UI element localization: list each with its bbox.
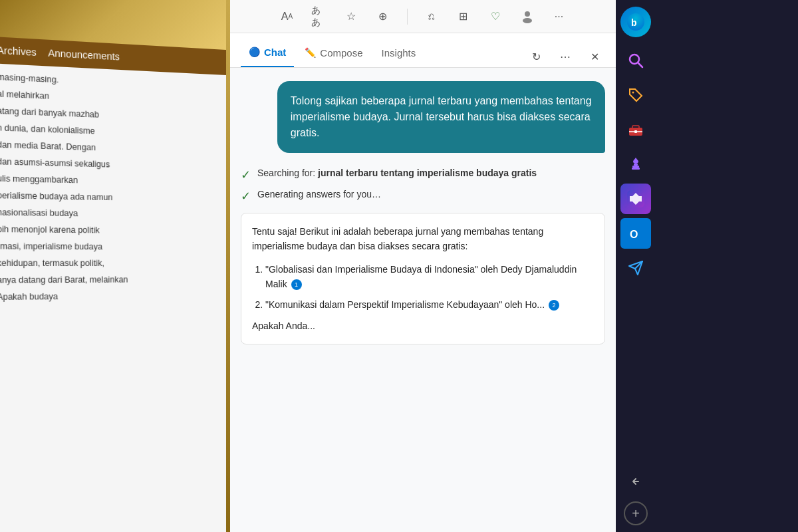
tab-bar: 🔵 Chat ✏️ Compose Insights ↻ ⋯ ✕ — [230, 33, 616, 68]
bing-logo-icon[interactable]: b — [620, 7, 651, 37]
page-content: masing-masing. al melahirkan atang dari … — [0, 63, 226, 315]
webpage-panel: Archives Announcements masing-masing. al… — [0, 0, 226, 532]
content-line-9: nasionalisasi budaya — [0, 206, 218, 221]
check-icon-2: ✓ — [241, 189, 251, 203]
ai-intro-text: Tentu saja! Berikut ini adalah beberapa … — [252, 224, 594, 254]
status-text-1: Searching for: jurnal terbaru tentang im… — [257, 166, 537, 180]
font-size-icon[interactable]: AA — [279, 9, 295, 25]
add-button[interactable]: + — [624, 501, 648, 525]
chat-panel: AA ああ ☆ ⊕ ⎌ ⊞ ♡ ··· 🔵 Chat ✏️ Compose In… — [230, 0, 616, 532]
content-line-4: n dunia, dan kolonialisme — [0, 122, 218, 142]
right-sidebar: b — [616, 0, 656, 532]
tag-icon[interactable] — [620, 80, 651, 110]
nav-archives[interactable]: Archives — [0, 45, 37, 58]
status-text-2: Generating answers for you… — [257, 188, 381, 201]
journal-1-text: "Globalisasi dan Imperialisme Budaya di … — [265, 264, 577, 289]
svg-point-0 — [525, 11, 530, 17]
compose-tab-icon: ✏️ — [305, 47, 316, 58]
copilot-icon[interactable] — [620, 184, 651, 214]
ai-footer-text: Apakah Anda... — [252, 319, 594, 333]
svg-rect-10 — [634, 130, 637, 133]
svg-point-4 — [630, 55, 639, 64]
svg-text:O: O — [630, 229, 638, 240]
svg-rect-13 — [632, 168, 640, 170]
searching-prefix: Searching for: — [257, 168, 318, 178]
nav-announcements[interactable]: Announcements — [48, 47, 120, 62]
user-message-bubble: Tolong sajikan beberapa jurnal terbaru y… — [277, 81, 605, 153]
tab-chat[interactable]: 🔵 Chat — [241, 38, 294, 67]
back-button[interactable] — [624, 469, 648, 493]
tab-compose[interactable]: ✏️ Compose — [297, 38, 370, 67]
journal-item-2: "Komunikasi dalam Perspektif Imperialism… — [265, 297, 594, 312]
divider — [407, 9, 408, 25]
send-icon[interactable] — [620, 253, 651, 283]
puzzle-icon[interactable]: ⊕ — [375, 9, 391, 25]
outlook-icon[interactable]: O — [620, 218, 651, 249]
bookmark-icon[interactable]: ⎌ — [424, 9, 440, 25]
profile-icon[interactable] — [519, 9, 535, 25]
more-options-button[interactable]: ⋯ — [555, 46, 576, 67]
content-line-8: perialisme budaya ada namun — [0, 189, 218, 205]
health-icon[interactable]: ♡ — [487, 9, 503, 25]
user-message-text: Tolong sajikan beberapa jurnal terbaru y… — [291, 95, 592, 138]
more-options-icon[interactable]: ··· — [551, 9, 567, 25]
svg-line-5 — [638, 63, 642, 67]
ai-response-card: Tentu saja! Berikut ini adalah beberapa … — [241, 213, 605, 344]
content-line-6: dan asumsi-asumsi sekaligus — [0, 155, 218, 173]
search-icon[interactable] — [620, 45, 651, 76]
svg-point-1 — [523, 18, 532, 23]
journal-list: "Globalisasi dan Imperialisme Budaya di … — [252, 262, 594, 312]
add-icon: + — [632, 506, 640, 521]
searching-query: jurnal terbaru tentang imperialisme buda… — [318, 168, 537, 178]
svg-rect-8 — [632, 126, 639, 128]
journal-item-1: "Globalisasi dan Imperialisme Budaya di … — [265, 262, 594, 292]
chess-icon[interactable] — [620, 149, 651, 180]
chat-content: Tolong sajikan beberapa jurnal terbaru y… — [230, 68, 616, 532]
japanese-icon[interactable]: ああ — [311, 9, 327, 25]
chat-tab-icon: 🔵 — [249, 47, 260, 57]
tab-insights[interactable]: Insights — [374, 38, 424, 67]
svg-rect-11 — [634, 164, 638, 166]
add-tab-icon[interactable]: ⊞ — [456, 9, 471, 25]
insights-tab-label: Insights — [382, 47, 416, 59]
close-button[interactable]: ✕ — [584, 46, 605, 67]
content-line-10: bih menonjol karena politik — [0, 223, 218, 237]
compose-tab-label: Compose — [320, 47, 362, 59]
journal-2-text: "Komunikasi dalam Perspektif Imperialism… — [265, 299, 545, 310]
tab-actions: ↻ ⋯ ✕ — [525, 46, 605, 67]
content-line-7: ulis menggambarkan — [0, 172, 218, 190]
star-icon[interactable]: ☆ — [343, 9, 359, 25]
content-line-5: dan media Barat. Dengan — [0, 138, 218, 158]
content-line-13: anya datang dari Barat, melainkan — [0, 273, 218, 287]
citation-1[interactable]: 1 — [291, 279, 302, 290]
content-line-12: kehidupan, termasuk politik, — [0, 257, 218, 269]
status-searching: ✓ Searching for: jurnal terbaru tentang … — [241, 166, 605, 182]
svg-text:b: b — [631, 17, 637, 28]
refresh-button[interactable]: ↻ — [525, 46, 547, 67]
status-generating: ✓ Generating answers for you… — [241, 188, 605, 203]
toolbox-icon[interactable] — [620, 114, 651, 145]
chat-tab-label: Chat — [264, 47, 286, 58]
svg-rect-12 — [632, 166, 639, 168]
browser-toolbar: AA ああ ☆ ⊕ ⎌ ⊞ ♡ ··· — [230, 0, 616, 33]
svg-point-6 — [632, 92, 634, 94]
content-line-14: Apakah budaya — [0, 289, 218, 303]
content-line-11: rmasi, imperialisme budaya — [0, 240, 218, 253]
citation-2[interactable]: 2 — [549, 300, 559, 311]
check-icon-1: ✓ — [241, 168, 251, 182]
